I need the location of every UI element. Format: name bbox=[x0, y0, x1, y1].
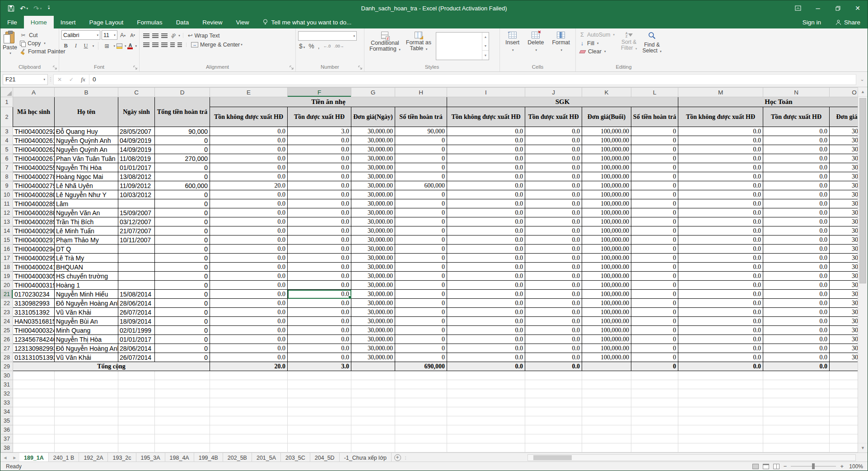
cell-D33[interactable] bbox=[155, 398, 210, 407]
cell-D8[interactable]: 0 bbox=[155, 172, 210, 181]
cell-B5[interactable]: Nguyễn Quỳnh An bbox=[55, 145, 118, 154]
cell-F36[interactable] bbox=[288, 425, 351, 434]
cell-K16[interactable]: 100,000.00 bbox=[582, 245, 631, 254]
cell-M6[interactable]: 0.0 bbox=[678, 154, 763, 163]
cell-L33[interactable] bbox=[631, 398, 678, 407]
cell-E11[interactable]: 0.0 bbox=[210, 199, 288, 208]
formula-input[interactable]: 0 bbox=[89, 74, 856, 85]
top-align-icon[interactable] bbox=[143, 33, 149, 38]
cell-B21[interactable]: Nguyễn Minh Hiếu bbox=[55, 290, 118, 299]
cell-B6[interactable]: Phan Văn Tuân Tuân bbox=[55, 154, 118, 163]
cell-O12[interactable]: 30,000.00 bbox=[830, 208, 859, 217]
format-as-table-button[interactable]: Format asTable ▾ bbox=[403, 30, 434, 63]
cell-J24[interactable]: 0.0 bbox=[525, 317, 582, 326]
cell-I25[interactable]: 0.0 bbox=[447, 326, 525, 335]
cell-C14[interactable]: 21/07/2007 bbox=[118, 226, 155, 236]
cell-N35[interactable] bbox=[763, 416, 830, 425]
cell-I31[interactable] bbox=[447, 380, 525, 389]
cell-C8[interactable]: 13/08/2012 bbox=[118, 172, 155, 181]
cell-G9[interactable]: 30,000.00 bbox=[351, 181, 395, 190]
row-header-27[interactable]: 27 bbox=[1, 344, 13, 353]
cell-M27[interactable]: 0.0 bbox=[678, 344, 763, 353]
cell-K24[interactable]: 100,000.00 bbox=[582, 317, 631, 326]
cell-J15[interactable]: 0.0 bbox=[525, 236, 582, 245]
totals-label[interactable]: Tổng cộng bbox=[13, 362, 210, 371]
cell-K36[interactable] bbox=[582, 425, 631, 434]
row-header-15[interactable]: 15 bbox=[1, 236, 13, 245]
tab-file[interactable]: File bbox=[0, 16, 24, 28]
tab-insert[interactable]: Insert bbox=[54, 16, 83, 28]
cell-E15[interactable]: 0.0 bbox=[210, 236, 288, 245]
cell-I14[interactable]: 0.0 bbox=[447, 226, 525, 236]
cell-C16[interactable] bbox=[118, 245, 155, 254]
cell-B26[interactable]: Nguyễn Thị Hòa bbox=[55, 335, 118, 344]
cell-C34[interactable] bbox=[118, 407, 155, 416]
cell-A19[interactable]: THI004000305 bbox=[13, 272, 55, 281]
cell-K34[interactable] bbox=[582, 407, 631, 416]
cell-I33[interactable] bbox=[447, 398, 525, 407]
cell-G31[interactable] bbox=[351, 380, 395, 389]
tab-view[interactable]: View bbox=[229, 16, 256, 28]
cell-I36[interactable] bbox=[447, 425, 525, 434]
sheet-tab-192_2A[interactable]: 192_2A bbox=[79, 453, 108, 462]
cell-D16[interactable]: 0 bbox=[155, 245, 210, 254]
cell-O34[interactable] bbox=[830, 407, 859, 416]
cell-K3[interactable]: 100,000.00 bbox=[582, 127, 631, 136]
cell-K38[interactable] bbox=[582, 443, 631, 452]
cell-D5[interactable]: 0 bbox=[155, 145, 210, 154]
insert-function-button[interactable]: fx bbox=[77, 76, 89, 83]
cell-J21[interactable]: 0.0 bbox=[525, 290, 582, 299]
sheet-tab-199_4B[interactable]: 199_4B bbox=[194, 453, 223, 462]
cell-A21[interactable]: 0170230234 bbox=[13, 290, 55, 299]
cell-K23[interactable]: 100,000.00 bbox=[582, 308, 631, 317]
page-break-view-button[interactable] bbox=[773, 464, 779, 469]
cell-I10[interactable]: 0.0 bbox=[447, 190, 525, 199]
cell-I11[interactable]: 0.0 bbox=[447, 199, 525, 208]
cell-N5[interactable]: 0.0 bbox=[763, 145, 830, 154]
cell-G19[interactable]: 30,000.00 bbox=[351, 272, 395, 281]
cell-G26[interactable]: 30,000.00 bbox=[351, 335, 395, 344]
cell-G32[interactable] bbox=[351, 389, 395, 398]
row-header-38[interactable]: 38 bbox=[1, 443, 13, 452]
tab-formulas[interactable]: Formulas bbox=[130, 16, 169, 28]
cell-H12[interactable]: 0 bbox=[395, 208, 447, 217]
cell-L36[interactable] bbox=[631, 425, 678, 434]
cell-A33[interactable] bbox=[13, 398, 55, 407]
cell-F21[interactable]: 0.0 bbox=[288, 290, 351, 299]
cell-L23[interactable]: 0 bbox=[631, 308, 678, 317]
cell-O24[interactable]: 30,000.00 bbox=[830, 317, 859, 326]
cell-E25[interactable]: 0.0 bbox=[210, 326, 288, 335]
cell-B8[interactable]: Hoàng Ngọc Mai bbox=[55, 172, 118, 181]
cell-L24[interactable]: 0 bbox=[631, 317, 678, 326]
number-dialog-launcher[interactable] bbox=[358, 66, 363, 70]
scroll-down-button[interactable]: ▼ bbox=[858, 443, 868, 452]
cell-G35[interactable] bbox=[351, 416, 395, 425]
cell-D36[interactable] bbox=[155, 425, 210, 434]
insert-cells-button[interactable]: Insert▾ bbox=[503, 30, 522, 63]
cell-H18[interactable]: 0 bbox=[395, 263, 447, 272]
cell-L21[interactable]: 0 bbox=[631, 290, 678, 299]
cell-H30[interactable] bbox=[395, 371, 447, 380]
cell-A17[interactable]: THI004000295 bbox=[13, 254, 55, 263]
cell-K7[interactable]: 100,000.00 bbox=[582, 163, 631, 172]
cell-L19[interactable]: 0 bbox=[631, 272, 678, 281]
cell-A7[interactable]: THI004000255 bbox=[13, 163, 55, 172]
cell-K31[interactable] bbox=[582, 380, 631, 389]
cell-H7[interactable]: 0 bbox=[395, 163, 447, 172]
cell-G27[interactable]: 30,000.00 bbox=[351, 344, 395, 353]
paste-button[interactable]: Paste ▾ bbox=[3, 30, 17, 63]
increase-indent-icon[interactable] bbox=[177, 42, 182, 47]
row-header-16[interactable]: 16 bbox=[1, 245, 13, 254]
cell-E27[interactable]: 0.0 bbox=[210, 344, 288, 353]
sheet-tab-193_2c[interactable]: 193_2c bbox=[108, 453, 136, 462]
cell-J31[interactable] bbox=[525, 380, 582, 389]
cell-B3[interactable]: Đỗ Quang Huy bbox=[55, 127, 118, 136]
cell-I35[interactable] bbox=[447, 416, 525, 425]
cell-J9[interactable]: 0.0 bbox=[525, 181, 582, 190]
cell-O36[interactable] bbox=[830, 425, 859, 434]
cell-J8[interactable]: 0.0 bbox=[525, 172, 582, 181]
cell-C5[interactable]: 14/09/2019 bbox=[118, 145, 155, 154]
cell-H25[interactable]: 0 bbox=[395, 326, 447, 335]
cell-H14[interactable]: 0 bbox=[395, 226, 447, 236]
cell-E22[interactable]: 0.0 bbox=[210, 299, 288, 308]
